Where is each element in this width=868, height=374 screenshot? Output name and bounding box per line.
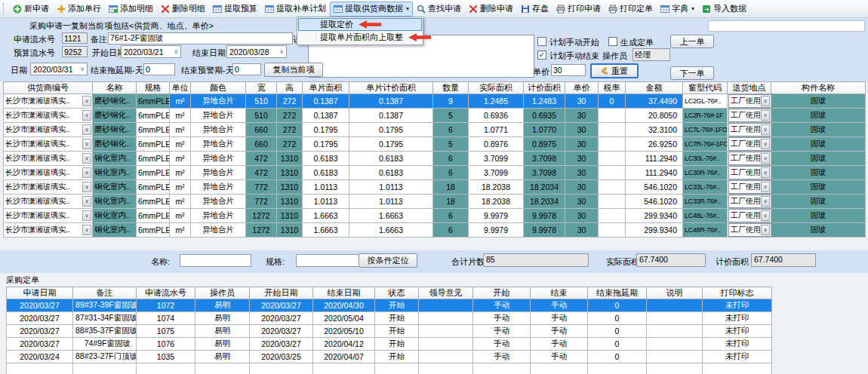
cell-supplier[interactable]: 长沙市潇湘玻璃实..∨ <box>4 152 93 166</box>
cell-qty[interactable]: 6 <box>433 123 469 137</box>
cell-leader_opinion[interactable] <box>419 351 473 363</box>
cell-priced_area[interactable]: 1.2483 <box>524 94 565 109</box>
cell-unit_price[interactable]: 30 <box>565 223 599 238</box>
cell-tax_rate[interactable]: 0 <box>599 94 626 109</box>
cell-piece_area[interactable]: 0.1795 <box>303 123 349 137</box>
cell-print_flag[interactable]: 未打印 <box>703 351 772 363</box>
cell-apply_no[interactable]: 1072 <box>137 299 195 312</box>
cell-name[interactable]: 钢化室内.. <box>93 209 137 223</box>
toolbar-find-request-button[interactable]: 查找申请 <box>413 2 465 17</box>
cell-priced_area[interactable]: 18.2034 <box>524 195 565 209</box>
cell-end[interactable]: 手动 <box>531 299 588 312</box>
cell-height[interactable]: 1310 <box>277 195 303 209</box>
cell-window_code[interactable]: LC33L-76#.. <box>683 180 728 195</box>
cell-window_code[interactable]: LC48R-76#.. <box>683 223 728 238</box>
cell-color[interactable]: 异地合片 <box>191 180 246 195</box>
cell-operator[interactable]: 易明 <box>195 325 250 338</box>
detail-row[interactable]: 长沙市潇湘玻璃实..∨钢化室内..6mmPLE..m²异地合片77213101.… <box>4 180 866 195</box>
cell-qty[interactable]: 6 <box>433 152 469 166</box>
cell-window_code[interactable]: LC2GL-76#.. <box>683 94 728 109</box>
cell-spec[interactable]: 6mmPLE.. <box>137 195 170 209</box>
cell-location[interactable]: 工厂使用∨ <box>728 94 771 109</box>
cell-part_name[interactable]: 固玻 <box>771 109 866 123</box>
cell-name[interactable]: 钢化室内.. <box>93 166 137 180</box>
cell-color[interactable]: 异地合片 <box>191 195 246 209</box>
combo-arrow-icon[interactable]: ∨ <box>761 96 770 106</box>
cell-tax_rate[interactable] <box>599 166 626 180</box>
cell-amount[interactable]: 26.9250 <box>626 137 683 152</box>
cell-leader_opinion[interactable] <box>419 312 473 325</box>
cell-width[interactable]: 510 <box>246 109 277 123</box>
cell-height[interactable]: 272 <box>277 94 303 109</box>
toolbar-delete-request-button[interactable]: 删除申请 <box>465 2 517 17</box>
cell-piece_priced_area[interactable]: 1.0113 <box>349 195 433 209</box>
cell-color[interactable]: 异地合片 <box>191 209 246 223</box>
cell-spec[interactable]: 6mmPLE.. <box>137 152 170 166</box>
cell-unit_price[interactable]: 30 <box>565 137 599 152</box>
cell-print_flag[interactable]: 未打印 <box>703 312 772 325</box>
cell-width[interactable]: 1272 <box>246 209 277 223</box>
toolbar-save-button[interactable]: 存盘 <box>517 2 553 17</box>
cell-piece_priced_area[interactable]: 0.1387 <box>349 94 433 109</box>
cell-qty[interactable]: 9 <box>433 94 469 109</box>
cell-qty[interactable]: 18 <box>433 195 469 209</box>
cell-actual_area[interactable]: 0.6936 <box>469 109 524 123</box>
cell-start_date[interactable]: 2020/03/27 <box>250 325 313 338</box>
cell-end_delay[interactable]: 0 <box>588 299 647 312</box>
detail-row[interactable]: 长沙市潇湘玻璃实..∨磨砂钢化..6mmPLE..m²异地合片5102720.1… <box>4 94 866 109</box>
cell-end_date[interactable]: 2020/04/12 <box>313 338 375 351</box>
cell-amount[interactable]: 32.3100 <box>626 123 683 137</box>
cell-width[interactable]: 660 <box>246 137 277 152</box>
cell-tax_rate[interactable] <box>599 180 626 195</box>
cell-window_code[interactable]: LC30L-76#.. <box>683 152 728 166</box>
operator-field[interactable] <box>633 48 670 61</box>
cell-leader_opinion[interactable] <box>419 325 473 338</box>
cell-note[interactable] <box>647 351 703 363</box>
cell-spec[interactable]: 6mmPLE.. <box>137 94 170 109</box>
cell-status[interactable]: 开始 <box>375 351 419 363</box>
cell-piece_area[interactable]: 0.1795 <box>303 137 349 152</box>
plan-manual-end-checkbox[interactable] <box>537 51 546 60</box>
filter-name-input[interactable] <box>180 254 251 267</box>
cell-apply_date[interactable]: 2020/03/27 <box>7 312 73 325</box>
cell-priced_area[interactable]: 3.7098 <box>524 166 565 180</box>
cell-qty[interactable]: 6 <box>433 209 469 223</box>
combo-arrow-icon[interactable]: ∨ <box>761 110 770 121</box>
cell-end[interactable]: 手动 <box>531 325 588 338</box>
cell-piece_area[interactable]: 0.6183 <box>303 152 349 166</box>
cell-remark[interactable]: 88#23-27F门顶玻 <box>73 351 137 363</box>
cell-start_date[interactable]: 2020/03/27 <box>250 338 313 351</box>
cell-piece_priced_area[interactable]: 0.1795 <box>349 137 433 152</box>
cell-note[interactable] <box>647 338 703 351</box>
cell-height[interactable]: 272 <box>277 109 303 123</box>
cell-apply_no[interactable]: 1035 <box>137 351 195 363</box>
combo-arrow-icon[interactable]: ∨ <box>761 196 770 207</box>
unit-price-field[interactable] <box>551 64 586 76</box>
cell-start_date[interactable]: 2020/03/27 <box>250 312 313 325</box>
cell-name[interactable]: 钢化室内.. <box>93 223 137 238</box>
cell-unit[interactable]: m² <box>170 209 191 223</box>
cell-actual_area[interactable]: 18.2038 <box>469 195 524 209</box>
cell-width[interactable]: 510 <box>246 94 277 109</box>
cell-window_code[interactable]: LC33R-76#.. <box>683 195 728 209</box>
combo-arrow-icon[interactable]: ∨ <box>82 124 91 135</box>
filter-spec-input[interactable] <box>296 254 368 267</box>
cell-piece_priced_area[interactable]: 0.6183 <box>349 166 433 180</box>
cell-piece_area[interactable]: 1.6663 <box>303 223 349 238</box>
toolbar-delete-detail-button[interactable]: 删除明细 <box>157 2 209 17</box>
cell-location[interactable]: 工厂使用∨ <box>728 180 771 195</box>
cell-start[interactable]: 手动 <box>473 338 531 351</box>
cell-remark[interactable]: 74#9F窗固玻 <box>73 338 137 351</box>
cell-actual_area[interactable]: 3.7099 <box>469 166 524 180</box>
cell-supplier[interactable]: 长沙市潇湘玻璃实..∨ <box>4 180 93 195</box>
combo-arrow-icon[interactable]: ∨ <box>82 153 91 164</box>
date-select[interactable]: 2020/03/31∨ <box>30 63 88 75</box>
combo-arrow-icon[interactable]: ∨ <box>761 139 770 149</box>
cell-actual_area[interactable]: 3.7099 <box>469 152 524 166</box>
cell-spec[interactable]: 6mmPLE.. <box>137 109 170 123</box>
cell-name[interactable]: 磨砂钢化.. <box>93 109 137 123</box>
cell-height[interactable]: 1310 <box>277 152 303 166</box>
toolbar-new-request-button[interactable]: 新申请 <box>9 2 53 17</box>
cell-width[interactable]: 772 <box>246 180 277 195</box>
cell-color[interactable]: 异地合片 <box>191 123 246 137</box>
